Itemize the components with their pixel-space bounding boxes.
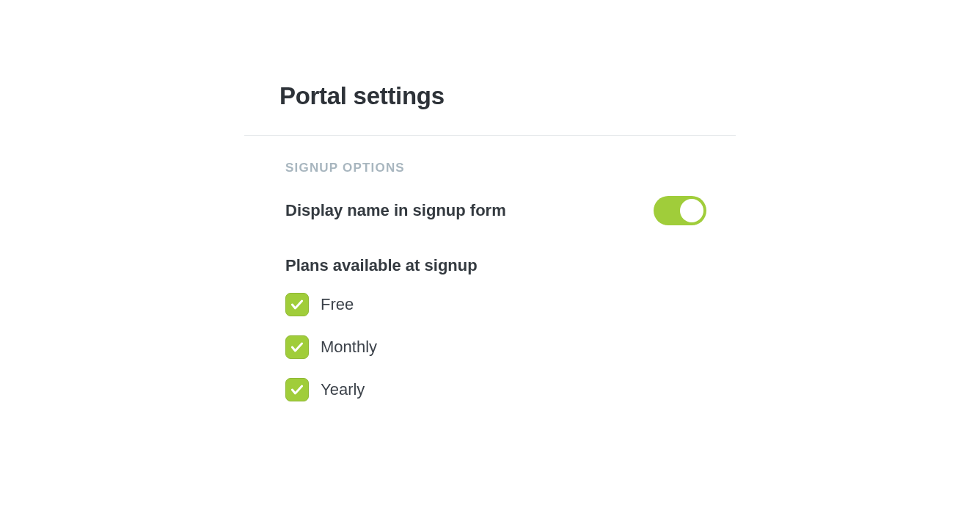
plan-row-monthly: Monthly xyxy=(285,335,706,359)
page-title: Portal settings xyxy=(244,0,736,135)
check-icon xyxy=(290,340,304,354)
check-icon xyxy=(290,297,304,312)
signup-options-section: SIGNUP OPTIONS Display name in signup fo… xyxy=(244,136,736,401)
plan-checkbox-yearly[interactable] xyxy=(285,378,309,401)
section-heading: SIGNUP OPTIONS xyxy=(285,161,706,175)
check-icon xyxy=(290,382,304,397)
plan-checkbox-monthly[interactable] xyxy=(285,335,309,359)
plan-label-free: Free xyxy=(321,295,354,314)
plans-heading: Plans available at signup xyxy=(285,256,706,275)
display-name-toggle[interactable] xyxy=(654,196,706,225)
plan-label-yearly: Yearly xyxy=(321,380,365,399)
plan-label-monthly: Monthly xyxy=(321,338,377,357)
settings-panel: Portal settings SIGNUP OPTIONS Display n… xyxy=(244,0,736,421)
plan-row-free: Free xyxy=(285,293,706,316)
display-name-label: Display name in signup form xyxy=(285,201,506,220)
toggle-knob xyxy=(680,199,703,222)
plan-row-yearly: Yearly xyxy=(285,378,706,401)
plan-checkbox-free[interactable] xyxy=(285,293,309,316)
display-name-row: Display name in signup form xyxy=(285,196,706,225)
